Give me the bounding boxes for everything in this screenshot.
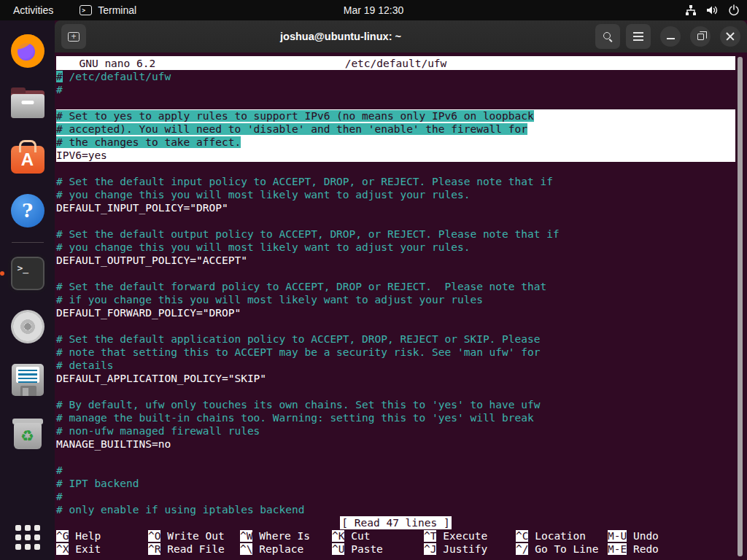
activities-button[interactable]: Activities [0,0,66,20]
shortcut-hint: ^R Read File [148,542,240,556]
editor-line[interactable]: # Set the default application policy to … [56,332,735,346]
close-button[interactable] [720,26,740,47]
editor-line[interactable]: # [56,490,735,503]
text-cursor: # [56,71,63,82]
show-applications-button[interactable] [15,525,40,550]
editor-line[interactable] [56,162,735,175]
shortcut-hint: ^J Justify [424,542,516,556]
help-icon: ? [11,194,44,228]
editor-line[interactable] [56,267,735,280]
editor-line[interactable]: # IPT backend [56,477,735,490]
editor-line[interactable]: # only enable if using iptables backend [56,503,735,516]
shortcut-column: M-U UndoM-E Redo [608,529,700,556]
editor-line[interactable] [56,319,735,332]
shortcut-hint: ^U Paste [332,542,424,556]
editor-line[interactable]: DEFAULT_APPLICATION_POLICY="SKIP" [56,372,735,385]
dock-item-cd-disc[interactable] [5,304,50,349]
menu-button[interactable] [626,24,651,49]
dock-item-floppy[interactable] [5,357,50,402]
restore-icon [697,34,704,40]
shortcut-column: ^T Execute^J Justify [424,529,516,556]
editor-line[interactable]: # the changes to take affect. [56,136,735,149]
editor-line[interactable]: # /etc/default/ufw [56,70,735,83]
desktop: Activities > Terminal Mar 19 12:30 [0,0,747,560]
dock-item-terminal[interactable]: >_ [5,251,50,296]
firefox-icon [11,34,44,68]
editor-line[interactable] [56,96,735,109]
nano-status-row: [ Read 47 lines ] [56,516,735,529]
focused-app-menu[interactable]: > Terminal [80,4,136,16]
new-tab-icon: + [68,32,80,42]
editor-area[interactable]: # /etc/default/ufw## Set to yes to apply… [56,70,735,516]
dock-item-ubuntu-software[interactable]: A [5,135,50,180]
focused-app-label: Terminal [98,4,136,16]
editor-line[interactable]: DEFAULT_OUTPUT_POLICY="ACCEPT" [56,254,735,267]
trash-icon: ♻ [12,417,43,449]
shortcut-column: ^W Where Is^\ Replace [240,529,332,556]
terminal-content[interactable]: GNU nano 6.2 /etc/default/ufw # /etc/def… [55,52,747,560]
window-headerbar: + joshua@ubuntu-linux: ~ [55,20,747,52]
shortcut-column: ^G Help^X Exit [56,529,148,556]
minimize-button[interactable] [660,26,681,47]
dock-item-trash[interactable]: ♻ [5,411,50,456]
editor-line[interactable]: # if you change this you will most likel… [56,293,735,306]
editor-line[interactable]: # Set the default input policy to ACCEPT… [56,175,735,188]
menu-icon [633,32,643,41]
dock: A ? >_ ♻ [0,20,55,560]
cd-disc-icon [11,310,44,343]
running-indicator-dot [0,271,4,276]
shortcut-hint: M-E Redo [608,542,700,556]
terminal-app-icon: >_ [11,257,44,290]
nano-shortcut-bar: ^G Help^X Exit^O Write Out^R Read File^W… [56,529,735,556]
editor-line[interactable]: MANAGE_BUILTINS=no [56,438,735,451]
editor-line[interactable]: DEFAULT_INPUT_POLICY="DROP" [56,201,735,214]
shortcut-column: ^O Write Out^R Read File [148,529,240,556]
editor-line[interactable]: DEFAULT_FORWARD_POLICY="DROP" [56,306,735,319]
shortcut-hint: ^T Execute [424,529,516,542]
new-tab-button[interactable]: + [61,24,86,49]
editor-line[interactable]: # you change this you will most likely w… [56,241,735,254]
dock-item-help[interactable]: ? [5,188,50,233]
files-icon [11,90,44,118]
editor-line[interactable]: # details [56,359,735,372]
volume-icon [706,4,719,16]
nano-file-path: /etc/default/ufw [56,57,735,70]
editor-line[interactable]: # accepted). You will need to 'disable' … [56,122,735,136]
search-icon [603,31,613,42]
shortcut-hint: M-U Undo [608,529,700,542]
search-button[interactable] [595,24,620,49]
dock-separator [12,242,44,243]
editor-line[interactable] [56,214,735,228]
close-icon [726,32,735,41]
editor-line[interactable]: # Set the default forward policy to ACCE… [56,280,735,293]
editor-line[interactable]: # Set the default output policy to ACCEP… [56,228,735,241]
editor-line[interactable] [56,385,735,398]
network-icon [685,4,697,16]
editor-line[interactable]: # By default, ufw only touches its own c… [56,398,735,411]
editor-line[interactable]: # manage the built-in chains too. Warnin… [56,411,735,424]
power-icon [728,4,740,16]
restore-button[interactable] [690,26,711,47]
editor-line[interactable]: # [56,83,735,96]
editor-line[interactable]: # Set to yes to apply rules to support I… [56,109,735,122]
shortcut-hint: ^X Exit [56,542,148,556]
system-status-area[interactable] [685,0,740,20]
terminal-icon: > [80,5,92,15]
ubuntu-software-icon: A [11,146,44,174]
terminal-scrollbar[interactable] [738,57,743,556]
shortcut-hint: ^K Cut [332,529,424,542]
shortcut-hint: ^O Write Out [148,529,240,542]
window-title: joshua@ubuntu-linux: ~ [86,31,595,42]
editor-line[interactable]: # non-ufw managed firewall rules [56,424,735,438]
editor-line[interactable]: # you change this you will most likely w… [56,188,735,201]
nano-titlebar: GNU nano 6.2 /etc/default/ufw [56,56,735,70]
editor-line[interactable] [56,451,735,464]
editor-line[interactable]: IPV6=yes [56,149,735,162]
editor-line[interactable]: # [56,464,735,477]
floppy-disk-icon [12,364,44,396]
dock-item-files[interactable] [5,82,50,127]
shortcut-hint: ^G Help [56,529,148,542]
dock-item-firefox[interactable] [5,28,50,74]
editor-line[interactable]: # note that setting this to ACCEPT may b… [56,346,735,359]
minimize-icon [667,38,675,39]
